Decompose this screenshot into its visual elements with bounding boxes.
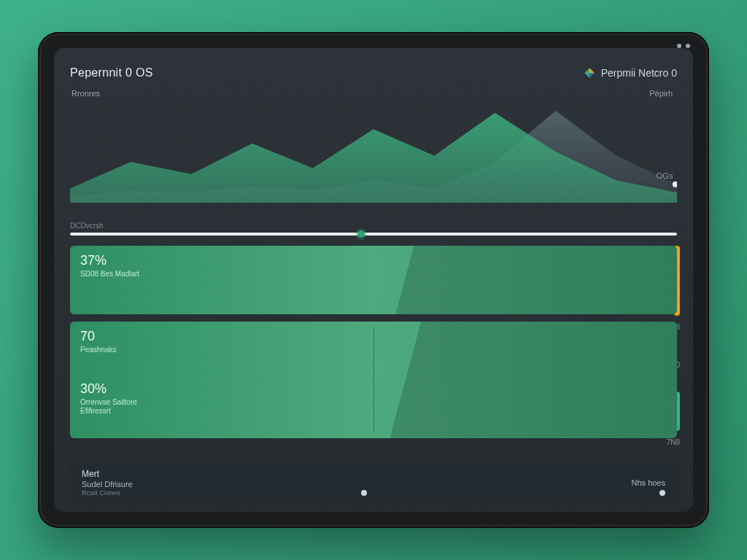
footer-line2: Sudel Dfrisure [82,480,133,489]
panel-top-value: 37% [80,253,667,268]
chart-series-labels: Rronres Pëpirh [70,89,677,98]
footer-line3: Rcsiit Ciones [82,489,133,497]
panel-top[interactable]: 37% SD08 Bes Madlart [70,246,677,314]
footer-right-label: Nhs hoes [632,478,665,487]
panel-divider [374,327,374,432]
tablet-frame: Pepernnit 0 OS Perpmii Netcro 0 Rronres … [38,32,709,528]
brand-logo-icon [584,67,595,79]
footer-indicator-dot[interactable] [361,490,367,496]
series-label-left: Rronres [71,89,100,98]
slider-thumb[interactable] [357,230,365,238]
app-title: Pepernnit 0 OS [70,66,153,79]
svg-marker-1 [589,68,595,73]
footer-bar: Mert Sudel Dfrisure Rcsiit Ciones Nhs ho… [70,462,677,502]
brand-label: Perpmii Netcro 0 [601,67,677,79]
slider-row: DCDvcrsh [70,222,677,236]
svg-marker-2 [589,73,595,78]
footer-line1: Mert [82,469,133,479]
slider-label: DCDvcrsh [70,222,677,230]
window-dot [686,44,690,48]
svg-text:OGs: OGs [657,171,673,180]
brand: Perpmii Netcro 0 [584,67,677,79]
footer-left: Mert Sudel Dfrisure Rcsiit Ciones [82,469,133,497]
metric-panels: 49087P001N687:80101U007N8 37% SD08 Bes M… [70,246,677,456]
series-label-right: Pëpirh [649,89,673,98]
axis-tick: 7N8 [640,438,680,446]
topbar: Pepernnit 0 OS Perpmii Netcro 0 [70,63,677,83]
area-chart: OGs [70,101,677,217]
panel-top-sub: SD08 Bes Madlart [80,270,667,278]
area-chart-svg: OGs [70,101,677,203]
panel-bottom[interactable]: 70 Peashnaks 30% Orrenvse Sailtore Efifi… [70,322,677,438]
footer-indicator-dot[interactable] [659,490,665,496]
slider-track[interactable] [70,233,677,236]
screen: Pepernnit 0 OS Perpmii Netcro 0 Rronres … [54,48,693,512]
